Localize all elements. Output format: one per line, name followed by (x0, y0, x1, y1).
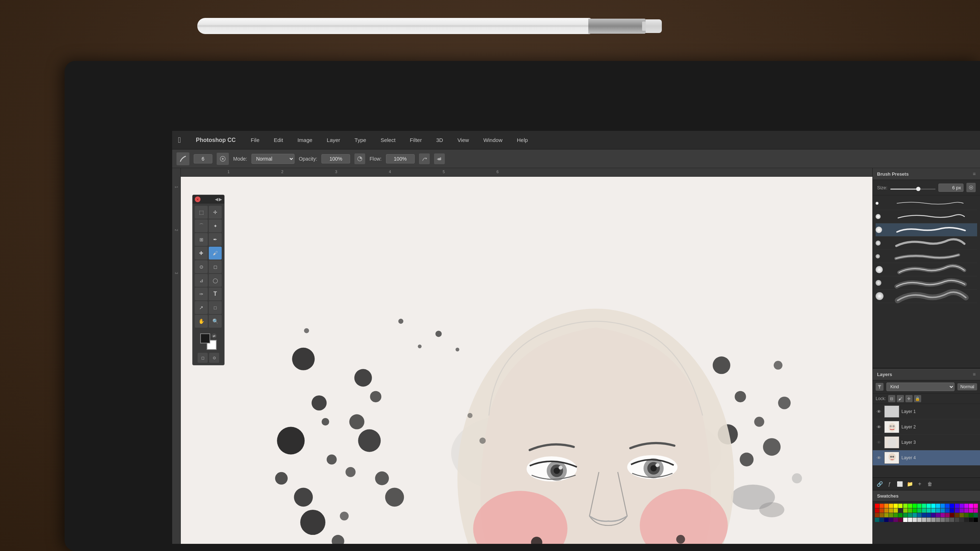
menu-type[interactable]: Type (352, 135, 368, 144)
brush-presets-menu-icon[interactable]: ≡ (973, 171, 976, 177)
tool-brush[interactable]: 🖌 (209, 247, 222, 260)
color-swatch-50[interactable] (903, 513, 908, 517)
color-swatch-18[interactable] (959, 504, 964, 508)
layer-item-2[interactable]: 👁 Laye (873, 419, 980, 435)
layer-visibility-1[interactable]: 👁 (876, 408, 882, 415)
color-swatch-2[interactable] (884, 504, 889, 508)
menu-filter[interactable]: Filter (408, 135, 424, 144)
tool-crop[interactable]: ⊞ (195, 233, 208, 246)
color-swatch-46[interactable] (884, 513, 889, 517)
color-swatch-42[interactable] (969, 508, 973, 513)
tool-clone-stamp[interactable]: ⊙ (195, 260, 208, 273)
brush-item-2[interactable] (876, 210, 977, 223)
color-swatch-47[interactable] (889, 513, 893, 517)
brush-preview[interactable] (177, 152, 189, 165)
color-swatch-87[interactable] (974, 518, 978, 522)
color-swatch-56[interactable] (931, 513, 935, 517)
color-swatch-53[interactable] (917, 513, 921, 517)
color-swatch-26[interactable] (894, 508, 898, 513)
tool-hand[interactable]: ✋ (195, 315, 208, 328)
color-swatch-84[interactable] (959, 518, 964, 522)
opacity-value[interactable]: 100% (321, 154, 350, 164)
tool-lasso[interactable]: ⌒ (195, 219, 208, 232)
toolbox-arrow-left[interactable]: ◀ (215, 197, 218, 202)
color-swatch-86[interactable] (969, 518, 973, 522)
color-swatch-54[interactable] (922, 513, 926, 517)
brush-item-6[interactable] (876, 263, 977, 276)
color-swatch-22[interactable] (875, 508, 879, 513)
color-swatch-82[interactable] (950, 518, 954, 522)
tool-eyedropper[interactable]: ✒ (209, 233, 222, 246)
layer-visibility-2[interactable]: 👁 (876, 424, 882, 430)
color-swatch-9[interactable] (917, 504, 921, 508)
opacity-icon[interactable] (355, 153, 365, 164)
color-swatch-10[interactable] (922, 504, 926, 508)
color-swatch-71[interactable] (898, 518, 902, 522)
color-swatch-11[interactable] (927, 504, 931, 508)
color-swatch-70[interactable] (894, 518, 898, 522)
color-swatch-75[interactable] (917, 518, 921, 522)
size-slider-thumb[interactable] (916, 187, 920, 191)
layer-visibility-3[interactable]: 👁 (876, 439, 882, 446)
color-swatch-62[interactable] (959, 513, 964, 517)
brush-list[interactable] (873, 195, 980, 368)
delete-layer-button[interactable]: 🗑 (926, 480, 934, 488)
color-swatch-43[interactable] (974, 508, 978, 513)
color-swatch-20[interactable] (969, 504, 973, 508)
new-group-button[interactable]: 📁 (906, 480, 914, 488)
layer-item-3[interactable]: 👁 Layer 3 (873, 435, 980, 450)
color-swatch-32[interactable] (922, 508, 926, 513)
color-swatch-68[interactable] (884, 518, 889, 522)
tool-marquee[interactable]: ⬚ (195, 206, 208, 219)
color-swatch-59[interactable] (945, 513, 950, 517)
tool-zoom[interactable]: 🔍 (209, 315, 222, 328)
quick-mask-button[interactable]: ◻ (198, 353, 208, 363)
color-swatch-63[interactable] (964, 513, 969, 517)
menu-layer[interactable]: Layer (325, 135, 342, 144)
brush-item-7[interactable] (876, 276, 977, 290)
brush-item-4[interactable] (876, 237, 977, 250)
color-swatch-16[interactable] (950, 504, 954, 508)
layers-blending-mode[interactable]: Normal (958, 383, 977, 391)
add-mask-button[interactable]: ⬜ (896, 480, 904, 488)
tool-magic-wand[interactable]: ✦ (209, 219, 222, 232)
color-swatch-64[interactable] (969, 513, 973, 517)
menu-image[interactable]: Image (295, 135, 315, 144)
color-swatch-38[interactable] (950, 508, 954, 513)
tool-move[interactable]: ✛ (209, 206, 222, 219)
color-swatch-40[interactable] (959, 508, 964, 513)
brush-options-icon[interactable] (966, 183, 976, 192)
layers-kind-select[interactable]: Kind (886, 383, 955, 391)
size-input[interactable]: 6 px (939, 184, 964, 192)
toolbox-arrow-right[interactable]: ▶ (219, 197, 222, 202)
layers-filter-icon[interactable] (876, 383, 883, 391)
layer-item-4[interactable]: 👁 Laye (873, 450, 980, 466)
lock-position-button[interactable]: ✛ (905, 395, 913, 402)
color-swatch-36[interactable] (940, 508, 945, 513)
new-layer-button[interactable]: + (916, 480, 924, 488)
color-swatch-31[interactable] (917, 508, 921, 513)
brush-item-5[interactable] (876, 250, 977, 263)
airbrush-icon[interactable] (434, 153, 445, 164)
color-swatch-67[interactable] (880, 518, 884, 522)
color-swatch-60[interactable] (950, 513, 954, 517)
color-swatch-74[interactable] (913, 518, 917, 522)
toolbox-close-button[interactable]: × (195, 197, 200, 202)
tool-healing[interactable]: ✚ (195, 247, 208, 260)
color-swatch-49[interactable] (898, 513, 902, 517)
menu-file[interactable]: File (248, 135, 261, 144)
brush-size-display[interactable]: 6 (194, 154, 212, 164)
color-swatch-28[interactable] (903, 508, 908, 513)
color-swatch-8[interactable] (913, 504, 917, 508)
brush-item-3[interactable] (876, 223, 977, 237)
color-swatch-7[interactable] (908, 504, 912, 508)
tool-eraser[interactable]: ◻ (209, 260, 222, 273)
mode-select[interactable]: Normal Multiply Screen Overlay (251, 154, 294, 164)
color-swatch-27[interactable] (898, 508, 902, 513)
color-swatch-48[interactable] (894, 513, 898, 517)
color-swatch-61[interactable] (955, 513, 959, 517)
color-swatch-77[interactable] (927, 518, 931, 522)
menu-help[interactable]: Help (515, 135, 530, 144)
lock-all-button[interactable]: 🔒 (914, 395, 921, 402)
color-swatch-34[interactable] (931, 508, 935, 513)
